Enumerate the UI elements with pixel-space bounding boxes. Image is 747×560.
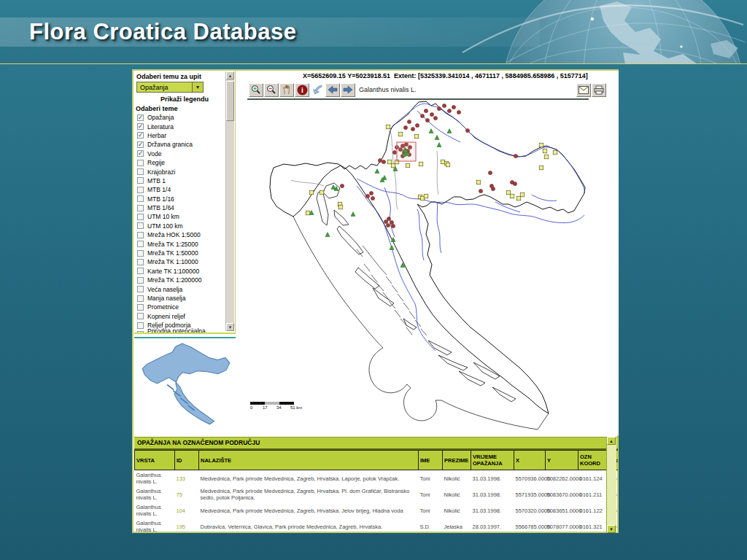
observation-point[interactable] <box>513 182 516 185</box>
checkbox-icon[interactable] <box>137 222 144 229</box>
theme-item[interactable]: Mreža TK 1:200000 <box>134 276 235 284</box>
checkbox-icon[interactable] <box>137 304 144 311</box>
theme-item[interactable]: Kopneni reljef <box>134 312 235 321</box>
observation-point[interactable] <box>390 220 393 224</box>
identify-button[interactable]: i <box>295 83 309 97</box>
herbarium-point[interactable] <box>516 196 521 201</box>
checkbox-checked-icon[interactable]: ✓ <box>137 114 144 121</box>
overview-map[interactable] <box>135 339 234 431</box>
theme-item[interactable]: Mreža TK 1:25000 <box>134 239 235 248</box>
theme-item[interactable]: UTM 10 km <box>134 212 235 221</box>
checkbox-icon[interactable] <box>137 214 144 220</box>
theme-item[interactable]: ✓Literatura <box>134 122 235 131</box>
herbarium-point[interactable] <box>414 134 419 139</box>
literature-point[interactable] <box>390 246 394 250</box>
literature-point[interactable] <box>437 143 441 147</box>
checkbox-checked-icon[interactable]: ✓ <box>137 132 144 139</box>
theme-item[interactable]: MTB 1/64 <box>134 203 235 212</box>
zoom-out-button[interactable] <box>264 83 279 97</box>
checkbox-icon[interactable] <box>137 168 144 175</box>
observation-point[interactable] <box>386 223 390 227</box>
literature-point[interactable] <box>435 136 439 140</box>
theme-item[interactable]: UTM 100 km <box>134 222 235 230</box>
theme-item[interactable]: Mreža TK 1:10000 <box>134 257 235 266</box>
observation-point[interactable] <box>378 158 382 162</box>
checkbox-icon[interactable] <box>137 313 144 319</box>
observation-point[interactable] <box>391 224 395 228</box>
observation-point[interactable] <box>415 123 419 127</box>
observation-point[interactable] <box>392 150 396 154</box>
theme-item[interactable]: ✓Državna granica <box>134 140 235 149</box>
checkbox-icon[interactable] <box>137 187 144 193</box>
checkbox-icon[interactable] <box>137 268 144 274</box>
herbarium-point[interactable] <box>306 211 310 215</box>
herbarium-point[interactable] <box>510 194 514 198</box>
table-row[interactable]: Galanthus nivalis L.133Medvednica, Park … <box>135 470 619 487</box>
herbarium-point[interactable] <box>539 143 543 147</box>
theme-item[interactable]: Mreža TK 1:50000 <box>134 249 235 257</box>
cell-id[interactable]: 75 <box>175 486 199 502</box>
herbarium-point[interactable] <box>338 205 343 209</box>
table-row[interactable]: Galanthus nivalis L.75Medvednica, Park p… <box>135 486 619 502</box>
theme-item[interactable]: Krajobrazi <box>134 167 235 176</box>
observation-point[interactable] <box>365 194 369 198</box>
theme-item[interactable]: Mreža HOK 1:5000 <box>134 230 235 239</box>
show-legend-link[interactable]: Prikaži legendu <box>134 96 235 103</box>
checkbox-checked-icon[interactable]: ✓ <box>137 123 144 130</box>
theme-item[interactable]: MTB 1 <box>134 176 235 185</box>
herbarium-point[interactable] <box>539 166 543 170</box>
observation-point[interactable] <box>425 118 429 122</box>
checkbox-icon[interactable] <box>137 286 144 292</box>
observation-point[interactable] <box>387 217 390 220</box>
observation-point[interactable] <box>447 109 451 112</box>
checkbox-checked-icon[interactable]: ✓ <box>137 150 144 157</box>
theme-item[interactable]: Manja naselja <box>134 294 235 303</box>
checkbox-icon[interactable] <box>137 177 144 184</box>
cell-id[interactable]: 133 <box>175 470 199 487</box>
next-extent-button[interactable] <box>341 83 355 97</box>
prev-extent-button[interactable] <box>325 83 340 97</box>
theme-select[interactable]: Opažanja ▼ <box>136 82 204 93</box>
observation-point[interactable] <box>514 154 517 158</box>
checkbox-icon[interactable] <box>137 205 144 211</box>
pan-button[interactable] <box>279 83 294 97</box>
table-row[interactable]: Galanthus nivalis L.195Dubravica, Vetern… <box>135 518 619 534</box>
observation-point[interactable] <box>382 160 385 163</box>
observation-point[interactable] <box>430 112 433 116</box>
herbarium-point[interactable] <box>320 190 324 195</box>
scroll-up-icon[interactable]: ▲ <box>607 437 616 445</box>
observation-point[interactable] <box>452 105 455 109</box>
herbarium-point[interactable] <box>398 132 403 136</box>
theme-item[interactable]: ✓Vode <box>134 149 235 158</box>
observation-point[interactable] <box>384 219 387 223</box>
zoom-in-button[interactable] <box>249 83 263 97</box>
observation-point[interactable] <box>371 196 374 200</box>
literature-point[interactable] <box>447 129 452 133</box>
observation-point[interactable] <box>442 104 446 107</box>
back-extent-button[interactable] <box>310 83 325 97</box>
checkbox-icon[interactable] <box>137 322 144 329</box>
sidebar-scrollbar[interactable]: ▲ ▼ <box>225 71 234 331</box>
herbarium-point[interactable] <box>476 180 481 184</box>
checkbox-icon[interactable] <box>137 232 144 238</box>
herbarium-point[interactable] <box>544 155 549 159</box>
herbarium-point[interactable] <box>309 190 314 195</box>
herbarium-point[interactable] <box>419 162 423 166</box>
checkbox-checked-icon[interactable]: ✓ <box>137 141 144 148</box>
map-canvas[interactable]: 0 17 34 51 km <box>247 100 619 435</box>
theme-item[interactable]: Veća naselja <box>134 284 235 293</box>
herbarium-point[interactable] <box>386 125 390 129</box>
theme-item[interactable]: ✓Herbar <box>134 131 235 140</box>
herbarium-point[interactable] <box>446 163 450 167</box>
literature-point[interactable] <box>325 233 330 237</box>
observation-point[interactable] <box>433 116 437 120</box>
herbarium-point[interactable] <box>406 163 410 168</box>
cell-id[interactable]: 195 <box>175 518 199 534</box>
checkbox-icon[interactable] <box>137 331 144 334</box>
checkbox-icon[interactable] <box>137 295 144 302</box>
checkbox-icon[interactable] <box>137 259 144 265</box>
herbarium-point[interactable] <box>543 149 547 153</box>
theme-item[interactable]: MTB 1/4 <box>134 185 235 194</box>
mail-button[interactable] <box>576 83 591 97</box>
observation-point[interactable] <box>340 184 344 187</box>
